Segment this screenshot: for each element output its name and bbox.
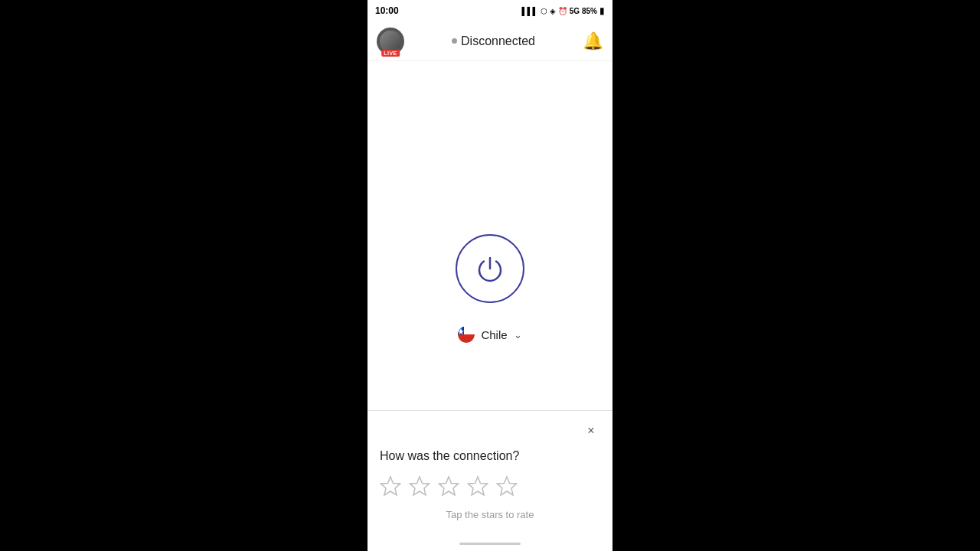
star-3[interactable]: [438, 475, 459, 497]
chevron-down-icon: ⌄: [514, 329, 522, 341]
svg-marker-5: [381, 477, 400, 495]
status-time: 10:00: [375, 5, 399, 16]
app-bar: LIVE Disconnected 🔔: [368, 21, 612, 61]
alarm-icon: ⏰: [558, 7, 567, 15]
rating-panel: × How was the connection?: [368, 410, 612, 536]
country-selector[interactable]: Chile ⌄: [447, 321, 532, 347]
svg-marker-9: [498, 477, 517, 495]
rating-question: How was the connection?: [380, 449, 600, 463]
phone-frame: 10:00 ▌▌▌ ⬡ ◈ ⏰ 5G 85% ▮ LIVE Disconnect…: [368, 0, 612, 551]
power-button[interactable]: [456, 234, 524, 303]
app-icon-inner: [380, 31, 401, 52]
notification-bell-icon[interactable]: 🔔: [583, 31, 603, 51]
svg-marker-6: [410, 477, 430, 495]
app-icon-container[interactable]: LIVE: [377, 28, 404, 55]
star-4[interactable]: [467, 475, 488, 497]
bottom-indicator: [368, 536, 612, 551]
svg-rect-2: [458, 334, 475, 343]
battery-icon: ▮: [599, 5, 605, 16]
close-button[interactable]: ×: [582, 422, 600, 440]
svg-marker-8: [469, 477, 488, 495]
network-type: 5G: [570, 7, 580, 15]
wifi-icon: ◈: [550, 7, 556, 15]
connection-status-label: Disconnected: [461, 34, 535, 48]
status-bar: 10:00 ▌▌▌ ⬡ ◈ ⏰ 5G 85% ▮: [368, 0, 612, 21]
status-dot-icon: [452, 38, 457, 44]
close-icon: ×: [587, 424, 594, 438]
country-name: Chile: [481, 328, 507, 341]
star-2[interactable]: [409, 475, 430, 497]
live-badge: LIVE: [381, 50, 400, 57]
rating-hint: Tap the stars to rate: [380, 509, 600, 520]
bluetooth-icon: ⬡: [541, 7, 547, 15]
power-button-container: Chile ⌄: [447, 234, 532, 347]
rating-header: ×: [380, 422, 600, 440]
svg-marker-7: [439, 477, 459, 495]
power-icon: [475, 253, 505, 284]
star-5[interactable]: [496, 475, 518, 497]
chile-flag-icon: [458, 326, 475, 343]
signal-bars-icon: ▌▌▌: [521, 7, 537, 15]
battery-percent: 85%: [582, 7, 597, 15]
nav-bar-indicator: [459, 543, 521, 545]
star-1[interactable]: [380, 475, 401, 497]
status-icons: ▌▌▌ ⬡ ◈ ⏰ 5G 85% ▮: [521, 5, 605, 16]
stars-row: [380, 472, 600, 500]
app-bar-title: Disconnected: [452, 34, 535, 48]
main-content: Chile ⌄ × How was the connection?: [368, 61, 612, 536]
